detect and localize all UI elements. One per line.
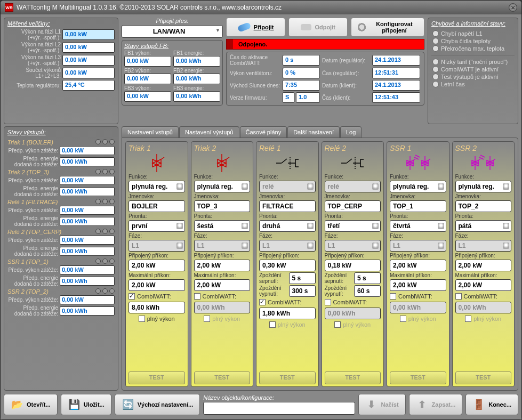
delay-on-input[interactable]: 5 s [289,272,316,284]
delay-off-input[interactable]: 60 s [354,285,381,297]
connected-power-input[interactable]: 0,18 kW [325,260,381,271]
test-button[interactable]: TEST [455,371,512,384]
floppy-icon: 💾 [68,398,81,411]
write-button[interactable]: ⬆Zapsat... [409,394,463,415]
name-input[interactable]: BOJLER [129,200,185,212]
out-col-title: Triak 2 [194,144,251,152]
plug-icon [237,22,251,32]
function-select[interactable]: relé [325,181,381,192]
priority-select[interactable]: první [129,220,185,232]
connected-power-input[interactable]: 2,00 kW [194,260,251,271]
phase-select[interactable]: L1 [194,240,251,252]
output-states-box: Stavy výstupů: Triak 1 (BOJLER) Předp. v… [4,126,118,391]
combiwatt-checkbox[interactable] [325,299,331,305]
tab-4[interactable]: Log [340,126,362,138]
combiwatt-checkbox[interactable] [259,299,266,305]
status-indicator [432,38,439,44]
name-input[interactable]: TOP_CERP [325,200,381,212]
function-select[interactable]: plynulá reg. [194,181,251,192]
out-energy-1: 0,00 kWh [60,187,115,196]
out-power-0: 0,00 kW [60,146,115,155]
tab-1[interactable]: Nastavení výstupů [179,126,239,138]
title-text: WATTconfig M Multilingual 1.0.3.16, ©201… [17,4,509,11]
combiwatt-input[interactable]: 1,80 kWh [259,308,316,319]
max-power-input[interactable]: 2,00 kW [390,279,446,291]
connect-button[interactable]: Připojit [226,18,285,37]
max-power-input[interactable]: 2,00 kW [455,279,512,291]
name-input[interactable]: FILTRACE [259,200,316,212]
connected-power-input[interactable]: 0,30 kW [259,260,316,271]
priority-select[interactable]: šestá [194,220,251,232]
read-button[interactable]: ⬇Načíst [358,394,406,415]
refresh-icon: 🔄 [122,398,134,411]
test-button[interactable]: TEST [129,371,185,384]
priority-select[interactable]: druhá [259,220,316,232]
phase-select[interactable]: L1 [455,240,512,252]
indicator-icon [102,169,108,174]
status-indicator [432,81,439,87]
connect-via-dropdown[interactable]: LAN/WAN [122,25,223,38]
test-button[interactable]: TEST [194,371,251,384]
phase-select[interactable]: L1 [259,240,316,252]
full-power-checkbox[interactable] [465,316,471,322]
delay-on-input[interactable]: 5 s [354,272,381,284]
errors-box: Chybové a informační stavy: Chybí napětí… [428,18,518,124]
tab-2[interactable]: Časové plány [240,126,287,138]
configure-connection-button[interactable]: Konfigurovat připojení [351,18,424,37]
folder-open-icon: 📂 [11,398,23,411]
name-input[interactable]: TOP_3 [194,200,251,212]
tab-0[interactable]: Nastavení vstupů [122,126,179,138]
defaults-button[interactable]: 🔄Výchozí nastavení... [115,394,200,415]
open-button[interactable]: 📂Otevřít... [4,394,58,415]
save-button[interactable]: 💾Uložit... [61,394,111,415]
name-input[interactable]: TOP_1 [390,200,446,212]
relay-icon [325,154,381,173]
combiwatt-input[interactable]: 0,00 kWh [390,302,446,313]
exit-button[interactable]: 🚪Konec... [465,394,518,415]
relay-icon [259,154,316,173]
connected-power-input[interactable]: 2,00 kW [129,260,185,271]
tab-3[interactable]: Další nastavení [287,126,340,138]
test-button[interactable]: TEST [259,371,316,384]
full-power-checkbox[interactable] [269,321,276,328]
phase-select[interactable]: L1 [129,240,185,252]
combiwatt-input[interactable]: 8,60 kWh [129,302,185,313]
combiwatt-checkbox[interactable] [129,293,135,300]
name-input[interactable]: TOP_2 [455,200,512,212]
test-button[interactable]: TEST [390,371,446,384]
full-power-checkbox[interactable] [400,316,406,322]
function-select[interactable]: relé [259,181,316,192]
priority-select[interactable]: pátá [455,220,512,232]
combiwatt-checkbox[interactable] [455,293,462,300]
connected-power-input[interactable]: 2,00 kW [390,260,446,271]
combiwatt-input[interactable]: 0,00 kWh [325,308,381,319]
combiwatt-input[interactable]: 0,00 kWh [455,302,512,313]
priority-select[interactable]: čtvrtá [390,220,446,232]
test-button[interactable]: TEST [325,371,381,384]
svg-line-5 [282,159,287,163]
priority-select[interactable]: třetí [325,220,381,232]
max-power-input[interactable]: 2,00 kW [129,279,185,291]
max-power-input[interactable]: 2,00 kW [194,279,251,291]
combiwatt-input[interactable]: 0,00 kWh [194,302,251,313]
function-select[interactable]: plynulá reg. [455,181,512,192]
phase-select[interactable]: L1 [390,240,446,252]
output-col-4: SSR 1 Funkce: plynulá reg. Jmenovka: TOP… [387,141,449,387]
phase-select[interactable]: L1 [325,240,381,252]
config-name-input[interactable] [203,402,355,415]
full-power-checkbox[interactable] [204,316,210,322]
measured-value-0: 0,00 kW [62,29,115,40]
function-select[interactable]: plynulá reg. [129,181,185,192]
connected-power-input[interactable]: 2,00 kW [455,260,512,271]
fb-energy-2: 0,00 kWh [173,91,220,102]
full-power-checkbox[interactable] [334,321,341,328]
upload-icon: ⬆ [416,398,429,411]
close-icon[interactable]: ✕ [509,3,517,12]
function-select[interactable]: plynulá reg. [390,181,446,192]
delay-off-input[interactable]: 300 s [289,285,316,297]
disconnect-button[interactable]: Odpojit [288,18,348,37]
full-power-checkbox[interactable] [139,316,145,322]
status-indicator [432,30,439,37]
combiwatt-checkbox[interactable] [390,293,396,300]
combiwatt-checkbox[interactable] [194,293,200,300]
